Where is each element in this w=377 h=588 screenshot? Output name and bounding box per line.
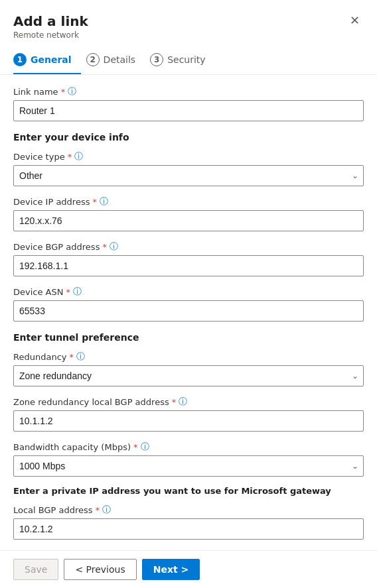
bandwidth-group: Bandwidth capacity (Mbps) * ⓘ 500 Mbps 1…	[13, 441, 364, 477]
device-bgp-info-icon[interactable]: ⓘ	[110, 241, 118, 253]
previous-button[interactable]: < Previous	[64, 559, 136, 580]
form-content: Link name * ⓘ Enter your device info Dev…	[0, 86, 377, 550]
required-star-2: *	[68, 152, 72, 162]
device-type-select-wrapper: Other Router Switch Firewall ⌄	[13, 165, 364, 186]
device-type-label: Device type * ⓘ	[13, 150, 364, 162]
device-asn-info-icon[interactable]: ⓘ	[73, 286, 82, 298]
tab-general-label: General	[31, 54, 72, 65]
modal-title-block: Add a link Remote network	[13, 13, 88, 40]
required-star: *	[61, 87, 66, 97]
bandwidth-select-wrapper: 500 Mbps 1000 Mbps 2000 Mbps 5000 Mbps ⌄	[13, 455, 364, 477]
device-ip-group: Device IP address * ⓘ	[13, 196, 364, 231]
next-button[interactable]: Next >	[142, 559, 200, 580]
modal-subtitle: Remote network	[13, 30, 88, 40]
device-info-section-title: Enter your device info	[13, 132, 364, 143]
save-button[interactable]: Save	[13, 559, 58, 580]
redundancy-select[interactable]: Zone redundancy No redundancy	[13, 365, 364, 386]
device-asn-input[interactable]	[13, 300, 364, 322]
link-name-label: Link name * ⓘ	[13, 86, 364, 97]
tab-security-label: Security	[167, 54, 206, 65]
required-star-6: *	[69, 352, 74, 362]
gateway-note: Enter a private IP address you want to u…	[13, 486, 364, 496]
redundancy-label: Redundancy * ⓘ	[13, 351, 364, 363]
link-name-info-icon[interactable]: ⓘ	[68, 86, 76, 97]
local-bgp-input[interactable]	[13, 518, 364, 540]
tabs-nav: 1 General 2 Details 3 Security	[0, 46, 377, 75]
modal-title: Add a link	[13, 13, 88, 29]
redundancy-group: Redundancy * ⓘ Zone redundancy No redund…	[13, 351, 364, 386]
local-bgp-group: Local BGP address * ⓘ	[13, 504, 364, 540]
required-star-8: *	[133, 442, 138, 452]
modal-footer: Save < Previous Next >	[0, 550, 377, 588]
zone-bgp-input[interactable]	[13, 410, 364, 432]
bandwidth-label: Bandwidth capacity (Mbps) * ⓘ	[13, 441, 364, 453]
tab-details-label: Details	[104, 54, 136, 65]
device-bgp-input[interactable]	[13, 255, 364, 276]
bandwidth-info-icon[interactable]: ⓘ	[141, 441, 149, 453]
zone-bgp-label: Zone redundancy local BGP address * ⓘ	[13, 396, 364, 408]
device-type-select[interactable]: Other Router Switch Firewall	[13, 165, 364, 186]
bandwidth-select[interactable]: 500 Mbps 1000 Mbps 2000 Mbps 5000 Mbps	[13, 455, 364, 477]
modal-header: Add a link Remote network ✕	[0, 0, 377, 46]
redundancy-info-icon[interactable]: ⓘ	[76, 351, 85, 363]
tunnel-pref-section-title: Enter tunnel preference	[13, 332, 364, 343]
tab-general-badge: 1	[13, 53, 27, 66]
device-bgp-group: Device BGP address * ⓘ	[13, 241, 364, 276]
tab-details-badge: 2	[86, 53, 100, 66]
required-star-5: *	[66, 287, 70, 297]
device-ip-input[interactable]	[13, 210, 364, 231]
tab-security-badge: 3	[150, 53, 163, 66]
local-bgp-info-icon[interactable]: ⓘ	[102, 504, 111, 516]
add-link-modal: Add a link Remote network ✕ 1 General 2 …	[0, 0, 377, 588]
zone-bgp-info-icon[interactable]: ⓘ	[179, 396, 187, 408]
required-star-7: *	[172, 397, 177, 407]
device-type-group: Device type * ⓘ Other Router Switch Fire…	[13, 150, 364, 186]
close-button[interactable]: ✕	[346, 13, 364, 28]
device-asn-group: Device ASN * ⓘ	[13, 286, 364, 322]
local-bgp-label: Local BGP address * ⓘ	[13, 504, 364, 516]
link-name-input[interactable]	[13, 100, 364, 121]
tab-details[interactable]: 2 Details	[86, 46, 145, 74]
tab-general[interactable]: 1 General	[13, 46, 81, 74]
link-name-group: Link name * ⓘ	[13, 86, 364, 121]
zone-bgp-group: Zone redundancy local BGP address * ⓘ	[13, 396, 364, 432]
redundancy-select-wrapper: Zone redundancy No redundancy ⌄	[13, 365, 364, 386]
device-bgp-label: Device BGP address * ⓘ	[13, 241, 364, 253]
required-star-4: *	[102, 242, 107, 252]
required-star-9: *	[96, 505, 100, 515]
required-star-3: *	[92, 197, 97, 207]
device-type-info-icon[interactable]: ⓘ	[74, 150, 83, 162]
device-ip-label: Device IP address * ⓘ	[13, 196, 364, 207]
tab-security[interactable]: 3 Security	[150, 46, 215, 74]
device-ip-info-icon[interactable]: ⓘ	[100, 196, 108, 207]
device-asn-label: Device ASN * ⓘ	[13, 286, 364, 298]
